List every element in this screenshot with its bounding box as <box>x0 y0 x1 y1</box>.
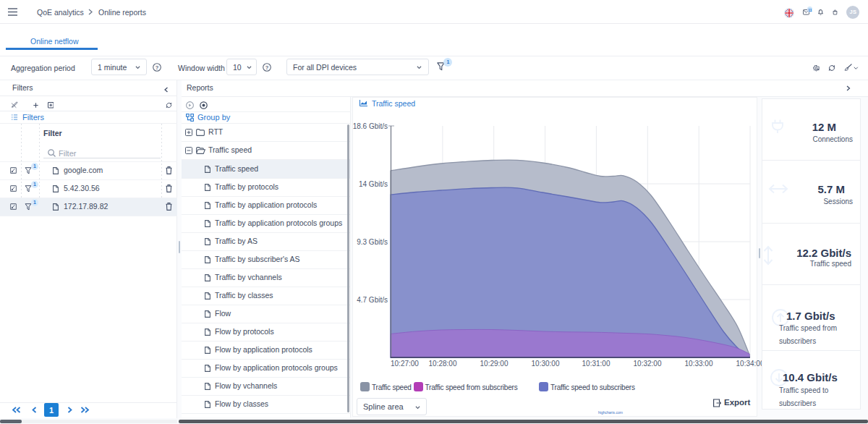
svg-text:?: ? <box>156 64 159 71</box>
svg-text:?: ? <box>265 64 269 71</box>
